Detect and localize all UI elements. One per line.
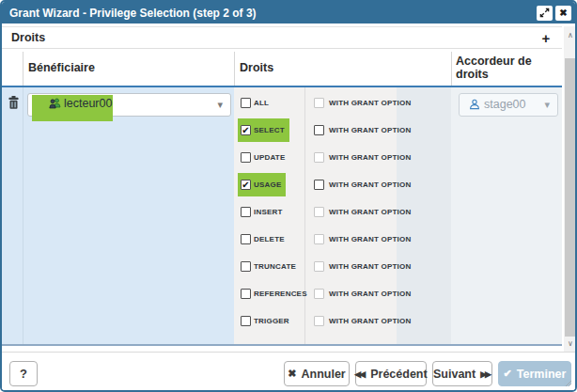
grantee-cell-background <box>2 87 234 344</box>
with-grant-option-checkbox[interactable] <box>314 125 324 135</box>
trash-icon <box>7 95 21 110</box>
group-role-icon <box>49 98 61 109</box>
privilege-row: INSERT WITH GRANT OPTION <box>234 198 451 226</box>
with-grant-option-checkbox[interactable] <box>314 207 324 217</box>
scrollbar-thumb[interactable] <box>565 58 576 337</box>
privilege-checkbox[interactable] <box>241 261 251 272</box>
close-button[interactable]: ✖ <box>555 6 571 21</box>
vertical-scrollbar[interactable]: ∧ ∨ <box>564 26 577 352</box>
with-grant-option-checkbox[interactable] <box>314 234 324 244</box>
privilege-row: DELETE WITH GRANT OPTION <box>234 226 451 253</box>
with-grant-option-label: WITH GRANT OPTION <box>329 262 411 271</box>
privilege-row: REFERENCES WITH GRANT OPTION <box>234 280 451 307</box>
next-label: Suivant <box>433 368 476 381</box>
privileges-panel-header: Droits + <box>2 26 562 49</box>
with-grant-option-label: WITH GRANT OPTION <box>329 99 411 107</box>
grid-bottom-border <box>2 344 562 346</box>
privilege-label: UPDATE <box>254 153 286 162</box>
privilege-checkbox[interactable] <box>241 289 251 299</box>
next-button[interactable]: Suivant ▶▶ <box>432 361 492 386</box>
with-grant-option-label: WITH GRANT OPTION <box>329 180 411 189</box>
with-grant-option-checkbox[interactable] <box>314 289 324 299</box>
with-grant-option-checkbox[interactable] <box>314 316 324 326</box>
close-icon: ✖ <box>288 368 296 380</box>
panel-title: Droits <box>2 31 536 44</box>
check-icon: ✔ <box>504 368 512 380</box>
finish-button[interactable]: ✔ Terminer <box>498 361 571 386</box>
header-privileges: Droits <box>240 50 273 86</box>
dialog-title: Grant Wizard - Privilege Selection (step… <box>9 7 534 20</box>
column-divider <box>23 52 23 86</box>
privilege-option[interactable]: TRIGGER <box>238 309 294 333</box>
with-grant-option-label: WITH GRANT OPTION <box>329 208 411 216</box>
chevron-down-icon: ▾ <box>544 99 550 111</box>
privilege-option[interactable]: UPDATE <box>238 146 290 169</box>
grantor-name: stage00 <box>484 98 525 111</box>
privilege-checkbox[interactable]: ✔ <box>241 180 251 190</box>
header-grantor: Accordeur de droits <box>456 50 562 86</box>
scroll-down-arrow[interactable]: ∨ <box>564 337 577 350</box>
privilege-row: UPDATE WITH GRANT OPTION <box>234 144 451 171</box>
privilege-label: TRUNCATE <box>254 262 296 271</box>
grantor-cell-background <box>451 87 562 344</box>
cancel-button[interactable]: ✖ Annuler <box>284 361 350 386</box>
with-grant-option-checkbox[interactable] <box>314 152 324 163</box>
privilege-row: ✔ SELECT WITH GRANT OPTION <box>234 117 451 144</box>
with-grant-option-checkbox[interactable] <box>314 261 324 272</box>
with-grant-option-label: WITH GRANT OPTION <box>329 290 411 298</box>
privilege-label: TRIGGER <box>254 317 289 325</box>
footer-bar: ? ✖ Annuler ◀◀ Précédent Suivant ▶▶ ✔ Te… <box>2 352 575 390</box>
with-grant-option-checkbox[interactable] <box>314 180 324 190</box>
privilege-row: TRUNCATE WITH GRANT OPTION <box>234 253 451 280</box>
privilege-checkbox[interactable] <box>241 98 251 108</box>
privilege-option[interactable]: ALL <box>238 91 273 115</box>
column-divider <box>234 52 235 86</box>
chevron-down-icon: ▾ <box>217 99 223 111</box>
privilege-label: INSERT <box>254 208 283 216</box>
maximize-button[interactable] <box>537 6 553 21</box>
grid-column-headers: Bénéficiaire Droits Accordeur de droits <box>2 50 562 86</box>
privilege-checkbox[interactable] <box>241 207 251 217</box>
privilege-label: DELETE <box>254 235 285 243</box>
with-grant-option-checkbox[interactable] <box>314 98 324 108</box>
privilege-option[interactable]: INSERT <box>238 200 288 224</box>
grant-wizard-dialog: Grant Wizard - Privilege Selection (step… <box>0 0 577 392</box>
privileges-list: ALL WITH GRANT OPTION ✔ SELECT WITH GRAN… <box>234 89 451 335</box>
back-button[interactable]: ◀◀ Précédent <box>355 361 427 386</box>
resize-grip[interactable] <box>565 380 572 387</box>
privilege-row: ✔ USAGE WITH GRANT OPTION <box>234 171 451 198</box>
privilege-option[interactable]: ✔ SELECT <box>238 118 289 142</box>
header-grantee: Bénéficiaire <box>28 50 95 86</box>
grantee-value[interactable]: lecteur00 <box>49 97 112 110</box>
grantee-name: lecteur00 <box>64 97 112 110</box>
grantor-dropdown[interactable]: stage00 ▾ <box>459 93 558 117</box>
with-grant-option-label: WITH GRANT OPTION <box>329 235 411 243</box>
scroll-up-arrow[interactable]: ∧ <box>564 28 577 41</box>
privilege-label: ALL <box>254 99 269 107</box>
privilege-option[interactable]: ✔ USAGE <box>238 173 286 196</box>
privilege-checkbox[interactable] <box>241 316 251 326</box>
delete-row-button[interactable] <box>7 95 21 110</box>
privilege-option[interactable]: REFERENCES <box>238 282 312 306</box>
maximize-icon <box>539 8 550 18</box>
privilege-option[interactable]: TRUNCATE <box>238 255 301 278</box>
title-bar: Grant Wizard - Privilege Selection (step… <box>2 2 575 24</box>
grantor-value: stage00 <box>469 98 525 111</box>
help-button[interactable]: ? <box>9 361 38 386</box>
double-left-arrow-icon: ◀◀ <box>354 369 364 379</box>
privilege-row: ALL WITH GRANT OPTION <box>234 89 451 117</box>
privilege-checkbox[interactable] <box>241 152 251 163</box>
user-role-icon <box>469 99 480 110</box>
with-grant-option-label: WITH GRANT OPTION <box>329 153 411 162</box>
delete-column-divider <box>23 87 23 344</box>
privilege-label: USAGE <box>254 180 281 189</box>
privilege-row: TRIGGER WITH GRANT OPTION <box>234 307 451 335</box>
double-right-arrow-icon: ▶▶ <box>480 369 490 379</box>
privilege-option[interactable]: DELETE <box>238 227 289 251</box>
column-divider <box>451 52 452 86</box>
privilege-checkbox[interactable] <box>241 234 251 244</box>
finish-label: Terminer <box>517 368 567 381</box>
add-row-button[interactable]: + <box>536 28 556 47</box>
privilege-checkbox[interactable]: ✔ <box>241 125 251 135</box>
cancel-label: Annuler <box>301 368 345 381</box>
